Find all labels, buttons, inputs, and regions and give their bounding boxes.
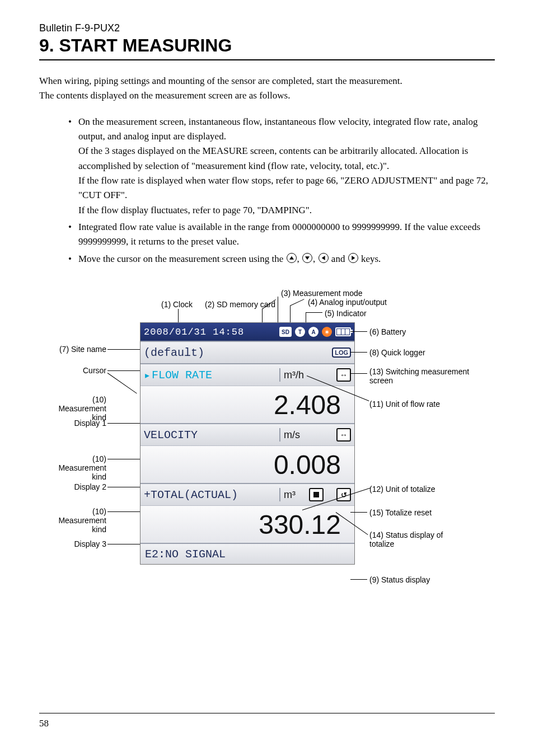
switch-screen-icon-2: ↔	[336, 428, 351, 442]
device-site-name: (default)	[144, 346, 204, 359]
battery-icon	[335, 327, 351, 336]
row3-unit: m³	[284, 489, 296, 501]
bullet-1d: If the flow display fluctuates, refer to…	[78, 205, 312, 215]
device-site-row: (default) LOG	[140, 341, 354, 363]
measurement-mode-icon: T	[295, 327, 305, 337]
device-screen: 2008/01/31 14:58 SD T A ✶ (default) LOG …	[140, 322, 355, 565]
title-rule	[39, 59, 495, 60]
row2-value: 0.008	[140, 445, 354, 483]
switch-screen-icon: ↔	[336, 368, 351, 382]
page-footer: 58	[39, 708, 495, 729]
callout-5: (5) Indicator	[325, 309, 367, 318]
bullet-3: Move the cursor on the measurement scree…	[68, 252, 495, 266]
callout-10a: (10) Measurement kind	[45, 395, 106, 422]
callout-2: (2) SD memory card	[205, 300, 275, 309]
callout-15: (15) Totalize reset	[369, 508, 432, 517]
device-row-3-header: +TOTAL(ACTUAL) m³ ↺	[140, 483, 354, 505]
bullet-1b: Of the 3 stages displayed on the MEASURE…	[78, 145, 468, 171]
callout-9: (9) Status display	[369, 575, 430, 584]
arrow-up-icon	[287, 253, 297, 263]
callout-10b: (10) Measurement kind	[45, 454, 106, 481]
device-status-text: E2:NO SIGNAL	[145, 548, 226, 561]
quick-logger-icon: LOG	[332, 348, 351, 358]
intro-p1: When wiring, piping settings and mountin…	[39, 74, 495, 88]
bulletin-id: Bulletin F-9-PUX2	[39, 22, 495, 34]
measurement-screen-diagram: (1) Clock (2) SD memory card (3) Measure…	[39, 289, 495, 613]
arrow-right-icon	[348, 253, 358, 263]
row2-unit: m/s	[284, 429, 300, 441]
row3-kind: +TOTAL(ACTUAL)	[144, 489, 238, 501]
callout-1: (1) Clock	[161, 300, 193, 309]
callout-4: (4) Analog input/output	[308, 298, 387, 307]
callout-cursor: Cursor	[59, 366, 106, 375]
bullet-1a: On the measurement screen, instantaneous…	[78, 116, 477, 142]
bullet-3b: keys.	[361, 253, 381, 264]
row1-value: 2.408	[140, 386, 354, 423]
callout-3: (3) Measurement mode	[281, 289, 363, 298]
device-clock: 2008/01/31 14:58	[144, 327, 276, 337]
device-status-row: E2:NO SIGNAL	[140, 543, 354, 564]
callout-8: (8) Quick logger	[369, 348, 425, 357]
callout-11: (11) Unit of flow rate	[369, 400, 440, 408]
arrow-left-icon	[318, 253, 329, 263]
callout-12: (12) Unit of totalize	[369, 485, 435, 494]
callout-14: (14) Status display of totalize	[369, 530, 465, 548]
bullet-1: On the measurement screen, instantaneous…	[68, 115, 495, 218]
footer-rule	[39, 713, 495, 713]
device-status-bar: 2008/01/31 14:58 SD T A ✶	[140, 323, 354, 341]
row1-kind: FLOW RATE	[152, 369, 212, 382]
section-title: 9. START MEASURING	[39, 35, 495, 56]
callout-d2: Display 2	[59, 482, 106, 491]
cursor-icon: ▸	[144, 368, 151, 382]
callout-d1: Display 1	[59, 419, 106, 428]
analog-io-icon: A	[308, 327, 318, 337]
row3-value: 330.12	[140, 505, 354, 543]
bullet-3a: Move the cursor on the measurement scree…	[78, 253, 286, 264]
bullet-2: Integrated flow rate value is available …	[68, 220, 495, 250]
callout-6: (6) Battery	[369, 327, 406, 336]
row1-unit: m³/h	[284, 369, 304, 381]
row2-kind: VELOCITY	[144, 429, 198, 442]
indicator-icon: ✶	[322, 327, 332, 337]
callout-d3: Display 3	[59, 539, 106, 548]
intro-p2: The contents displayed on the measuremen…	[39, 88, 495, 103]
page-number: 58	[39, 718, 495, 729]
callout-13: (13) Switching measurement screen	[369, 367, 470, 385]
callout-10c: (10) Measurement kind	[45, 507, 106, 534]
bullet-1c: If the flow rate is displayed when water…	[78, 175, 488, 200]
totalize-status-icon	[309, 488, 324, 501]
callout-7: (7) Site name	[45, 345, 106, 354]
arrow-down-icon	[302, 253, 312, 263]
sd-card-icon: SD	[279, 327, 292, 337]
device-row-2-header: VELOCITY m/s ↔	[140, 423, 354, 445]
